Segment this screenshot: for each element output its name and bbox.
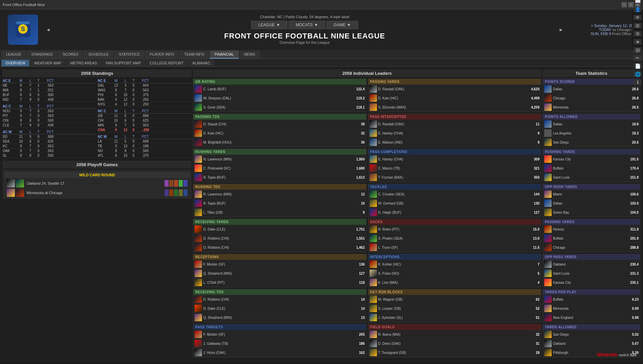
player-img (370, 85, 377, 93)
pass-comp-row-3: T. Fryman (BAK) 350 (368, 173, 541, 182)
passing-yards-row-1: D. Randall (OAK) 4,620 (368, 85, 541, 94)
tab-metro-areas[interactable]: METRO AREAS (66, 60, 101, 66)
min-logo (7, 189, 15, 197)
rec-yards-row-1: D. Dake (CLE) 1,751 (193, 225, 366, 234)
game-1-text: Oakland 24, Seattle 17 (27, 181, 64, 185)
filter-icon[interactable]: ▤ (634, 47, 642, 53)
rec-tds-header: RECEIVING TDS (193, 289, 366, 295)
tab-team-info[interactable]: TEAM INFO (179, 51, 209, 59)
edit-icon[interactable]: ✏ (634, 55, 642, 61)
passing-tds-row-1: D. Staudt (CHI) 39 (193, 120, 366, 129)
team-logo (544, 94, 552, 102)
passing-yards-team-header: PASSING YARDS (543, 219, 640, 225)
right-arrow-button[interactable]: ► (557, 27, 565, 32)
player-img (370, 209, 377, 216)
sacks-row-3: L. Tryon (SF) 11.5 (368, 243, 541, 252)
division-nce: NC E W L T PCT DAL1330.844 WAS970.563 PH… (98, 79, 192, 107)
stat-card-receptions: RECEPTIONS F. Mickler (SF) 136 Q. Shephe… (193, 254, 367, 287)
playoff-game-1: Oakland 24, Seattle 17 (4, 179, 190, 188)
settings-icon[interactable]: ⚙ (634, 31, 642, 36)
oak-logo (7, 179, 15, 187)
leaders-grid: QB RATING C. Lamb (BUF) 122.4 W. Simpson… (193, 79, 541, 358)
opp-pass-header: OPP PASS YARDS (543, 254, 640, 260)
rush-yds-row-3: Saint Louis 151.9 (543, 173, 640, 182)
info-icon[interactable]: ℹ (634, 80, 642, 85)
tab-statistics[interactable]: STATISTICS (114, 51, 144, 59)
side-icons: ⌂ ✎ 📋 📖 👤 👁 ⊞ ⚙ ★ ▤ ✏ 📄 🌐 ℹ (632, 9, 643, 50)
tab-standings[interactable]: STANDINGS (27, 51, 57, 59)
rec-yards-row-3: D. Robbins (CHI) 1,462 (193, 243, 366, 252)
player-img (195, 164, 202, 172)
player-img (195, 279, 202, 286)
person-icon[interactable]: 👤 (634, 7, 642, 12)
player-img (370, 331, 377, 338)
player-img (195, 314, 202, 321)
team-stat-rushing-yards: RUSHING YARDS Kansas City 191.5 Buffalo … (543, 149, 640, 182)
star-icon[interactable]: ★ (634, 39, 642, 44)
qb-rating-row-2: W. Simpson (DAL) 119.2 (193, 94, 366, 103)
player-img (195, 296, 202, 303)
document-icon[interactable]: 📄 (634, 63, 642, 69)
league-subtitle: Overview Page for the League (280, 40, 330, 44)
pts-scored-row-2: Chicago 26.8 (543, 94, 640, 103)
passing-tds-row-3: M. Brightbill (HOU) 30 (193, 138, 366, 147)
app-title: Front Office Football Nine (3, 3, 45, 7)
field-goals-row-2: D. Dees (OAK) 31 (368, 339, 541, 348)
tab-player-info[interactable]: PLAYER INFO (145, 51, 179, 59)
team-logo (544, 139, 552, 146)
stat-card-sacks: SACKS R. Boles (PIT) 15.0 S. Phalen (SEA… (368, 219, 542, 252)
tab-league[interactable]: LEAGUE (1, 51, 26, 59)
pass-targets-row-1: F. Mickler (SF) 205 (193, 330, 366, 339)
player-img (195, 235, 202, 242)
team-logo (544, 296, 552, 303)
tab-scores[interactable]: SCORES (58, 51, 83, 59)
mocats-nav-button[interactable]: MOCATS ▼ (289, 21, 325, 29)
rush-yds-row-1: Kansas City 191.5 (543, 155, 640, 164)
yda-row-1: San Diego 5.02 (543, 330, 640, 339)
tab-financial[interactable]: FINANCIAL (210, 51, 238, 59)
player-img (370, 270, 377, 277)
player-img (195, 270, 202, 277)
team-stat-yards-per-play: YARDS PER PLAY Buffalo 6.23 Minnesota 6.… (543, 289, 640, 323)
game-nav-button[interactable]: GAME ▼ (326, 21, 358, 29)
rec-yards-row-2: D. Robbins (CHI) 1,551 (193, 234, 366, 243)
grid-icon[interactable]: ⊞ (634, 23, 642, 28)
tab-fan-support-map[interactable]: FAN SUPPORT MAP (102, 60, 145, 66)
feb-game: SUN, FEB 9 Front Office Bowl (566, 32, 640, 36)
tab-weather-map[interactable]: WEATHER MAP (30, 60, 65, 66)
player-img (370, 190, 377, 198)
tab-college-report[interactable]: COLLEGE REPORT (146, 60, 188, 66)
league-nav-button[interactable]: LEAGUE ▼ (251, 21, 287, 29)
sea-logo (16, 179, 24, 187)
minimize-button[interactable]: ─ (621, 2, 627, 7)
primary-tab-bar: LEAGUE STANDINGS SCORES SCHEDULE STATIST… (0, 50, 643, 59)
eye-icon[interactable]: 👁 (634, 15, 642, 20)
tab-news[interactable]: NEWS (239, 51, 260, 59)
player-img (195, 190, 202, 198)
tab-overview[interactable]: OVERVIEW (1, 60, 29, 66)
book-icon[interactable]: 📖 (634, 0, 642, 4)
tab-schedule[interactable]: SCHEDULE (84, 51, 113, 59)
center-panel: 2058 Individual Leaders QB RATING C. Lam… (192, 69, 543, 359)
key-run-row-3: J. Sylvester (SL) 51 (368, 313, 541, 322)
team-logo (544, 129, 552, 137)
maximize-button[interactable]: □ (628, 2, 634, 7)
opp-rush-row-3: Green Bay 104.5 (543, 208, 640, 217)
main-content: 2058 Standings AC E W L T PCT NE871.563 (0, 67, 643, 362)
team-stat-opp-rush-yards: OPP RUSH YARDS Miami 100.6 Dallas 103.0 … (543, 184, 640, 217)
pts-allowed-row-2: Los Angeles 19.3 (543, 129, 640, 138)
tab-almanac[interactable]: ALMANAC (188, 60, 214, 66)
pass-int-header: PASS INTERCEPTED (368, 114, 541, 120)
standings-left: AC E W L T PCT NE871.563 MIA871.531 BUF8… (3, 79, 96, 158)
rushing-yards-row-2: C. Piotrowski (KC) 1,680 (193, 164, 366, 173)
globe-icon[interactable]: 🌐 (634, 71, 642, 77)
ypp-row-3: New England 5.98 (543, 313, 640, 322)
header-t: T (35, 79, 42, 83)
team-stats-title: Team Statistics (543, 69, 640, 77)
pts-scored-row-1: Dallas 28.6 (543, 85, 640, 94)
interceptions-row-1: K. Kohler (HIC) 7 (368, 260, 541, 269)
team-logo (544, 120, 552, 128)
player-img (195, 225, 202, 233)
left-arrow-button[interactable]: ◄ (45, 27, 52, 32)
player-img (195, 340, 202, 347)
